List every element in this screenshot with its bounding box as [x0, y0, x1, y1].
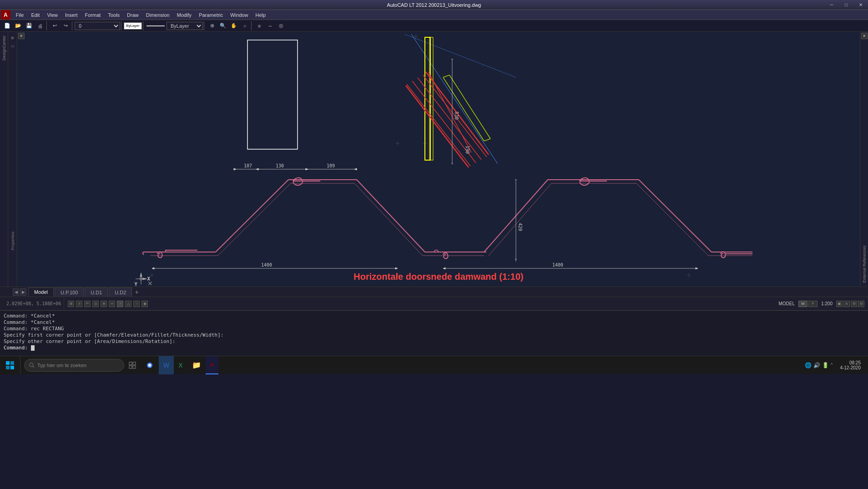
menu-help[interactable]: Help	[252, 10, 269, 20]
grid-button[interactable]: #	[76, 301, 82, 307]
taskbar-task-view[interactable]	[124, 356, 141, 374]
viewport-close[interactable]: ✕	[18, 33, 25, 39]
model-buttons: M P	[798, 301, 818, 307]
tpm-button[interactable]: △	[125, 301, 131, 307]
svg-text:✕: ✕	[147, 280, 153, 287]
properties-side-label[interactable]: Properties	[10, 232, 15, 250]
layer-dropdown[interactable]: 0	[75, 22, 120, 30]
sep4	[143, 21, 145, 30]
color-indicator[interactable]: ByLayer	[124, 22, 142, 30]
undo-button[interactable]: ↩	[50, 21, 60, 31]
menu-view[interactable]: View	[43, 10, 61, 20]
menu-bar: A File Edit View Insert Format Tools Dra…	[0, 10, 868, 20]
menu-edit[interactable]: Edit	[27, 10, 43, 20]
taskbar-chrome[interactable]	[141, 356, 159, 374]
ortho-button[interactable]: ⊢	[84, 301, 91, 307]
svg-text:1400: 1400	[552, 262, 563, 267]
properties-button[interactable]: ≡	[254, 21, 264, 31]
close-button[interactable]: ✕	[853, 0, 868, 10]
svg-line-88	[33, 366, 34, 368]
status-bar: 2.029E+08, 5.108E+06 ⊞ # ⊢ ◎ ⊕ ∞ + △ ○ ◉…	[0, 297, 868, 310]
snap-button[interactable]: ⊞	[68, 301, 74, 307]
cad-drawing: 530 190 107 130 109	[17, 32, 860, 287]
print-button[interactable]: 🖨	[35, 21, 45, 31]
clock-date: 4-12-2020	[840, 365, 861, 370]
anno-display[interactable]: A	[843, 301, 850, 307]
start-button[interactable]	[0, 356, 20, 374]
paper-toggle[interactable]: P	[808, 301, 818, 307]
tab-ud1[interactable]: U.D1	[85, 287, 108, 297]
tray-battery[interactable]: 🔋	[822, 362, 829, 368]
linetype-dropdown[interactable]: ByLayer	[167, 22, 203, 30]
drawing-title-text: Horizontale doorsnede damwand (1:10)	[353, 272, 523, 282]
menu-tools[interactable]: Tools	[104, 10, 123, 20]
sel-cycle-button[interactable]: ○	[133, 301, 140, 307]
cursor-blink	[31, 345, 35, 351]
viewport-right-close[interactable]: ✕	[861, 33, 868, 39]
open-button[interactable]: 📂	[13, 21, 23, 31]
svg-point-87	[30, 363, 33, 367]
tab-ud2[interactable]: U.D2	[109, 287, 132, 297]
restore-button[interactable]: □	[839, 0, 853, 10]
taskbar-search[interactable]: Typ hier om te zoeken	[24, 359, 124, 372]
taskbar-fileexplorer[interactable]: 📁	[187, 356, 206, 374]
sep1	[46, 21, 48, 30]
cmd-line-3: Command: rec RECTANG	[4, 326, 864, 332]
app-button[interactable]: A	[1, 10, 10, 20]
taskbar-word[interactable]: W	[159, 356, 174, 374]
lwt-button[interactable]: +	[117, 301, 123, 307]
title-bar: AutoCAD LT 2012 200213_Uitvoering.dwg ─ …	[0, 0, 868, 10]
cad-canvas[interactable]: ✕	[17, 32, 860, 287]
window-controls: ─ □ ✕	[824, 0, 868, 10]
right-sidebar: ✕ External References	[860, 32, 868, 287]
isolate-button[interactable]: ◎	[276, 21, 286, 31]
layout-display[interactable]: ⊟	[858, 301, 864, 307]
match-properties[interactable]: ↔	[265, 21, 275, 31]
otrack-button[interactable]: ∞	[109, 301, 115, 307]
ann-monitor-button[interactable]: ◉	[141, 301, 148, 307]
redo-button[interactable]: ↪	[61, 21, 71, 31]
menu-parametric[interactable]: Parametric	[195, 10, 227, 20]
toolbar-row-1: 📄 📂 💾 🖨 ↩ ↪ 0 ByLayer ByLayer ⊕ 🔍 ✋ ○ ≡ …	[0, 20, 868, 32]
pan-button[interactable]: ✋	[229, 21, 239, 31]
polar-button[interactable]: ◎	[92, 301, 99, 307]
gear-display[interactable]: ⚙	[851, 301, 857, 307]
tab-nav-left[interactable]: ◀	[13, 288, 19, 296]
add-tab-button[interactable]: +	[135, 288, 138, 296]
menu-modify[interactable]: Modify	[173, 10, 195, 20]
tool-btn-2[interactable]: ▭	[9, 42, 16, 50]
new-button[interactable]: 📄	[2, 21, 12, 31]
taskbar-clock[interactable]: 08:25 4-12-2020	[836, 360, 864, 370]
menu-dimension[interactable]: Dimension	[142, 10, 173, 20]
osnap-button[interactable]: ⊕	[101, 301, 107, 307]
zoom-window[interactable]: 🔍	[218, 21, 228, 31]
tab-up100[interactable]: U.P.100	[55, 287, 84, 297]
tray-volume[interactable]: 🔊	[813, 362, 820, 368]
save-button[interactable]: 💾	[24, 21, 34, 31]
vp-display[interactable]: ▣	[836, 301, 843, 307]
tray-arrow[interactable]: ^	[831, 363, 833, 368]
taskbar-autocad[interactable]: A	[206, 356, 219, 374]
menu-file[interactable]: File	[12, 10, 28, 20]
svg-text:1400: 1400	[261, 262, 272, 267]
tab-model[interactable]: Model	[28, 287, 54, 297]
tool-btn-1[interactable]: ⊞	[9, 34, 16, 41]
model-toggle[interactable]: M	[798, 301, 807, 307]
taskbar-excel[interactable]: X	[174, 356, 187, 374]
main-layout: DesignCenter ⊞ ▭ Properties ✕	[0, 32, 868, 287]
orbit-button[interactable]: ○	[240, 21, 250, 31]
menu-format[interactable]: Format	[81, 10, 105, 20]
scale-label: 1:200	[821, 301, 833, 306]
external-ref-label[interactable]: External References	[861, 242, 868, 287]
menu-insert[interactable]: Insert	[61, 10, 81, 20]
design-center-label[interactable]: DesignCenter	[1, 32, 7, 64]
tab-nav-right[interactable]: ▶	[20, 288, 26, 296]
svg-rect-90	[133, 362, 136, 365]
sep5	[204, 21, 206, 30]
model-label: MODEL	[778, 301, 795, 306]
zoom-extents[interactable]: ⊕	[207, 21, 217, 31]
minimize-button[interactable]: ─	[824, 0, 839, 10]
tray-network[interactable]: 🌐	[805, 362, 812, 368]
menu-window[interactable]: Window	[227, 10, 252, 20]
menu-draw[interactable]: Draw	[123, 10, 142, 20]
